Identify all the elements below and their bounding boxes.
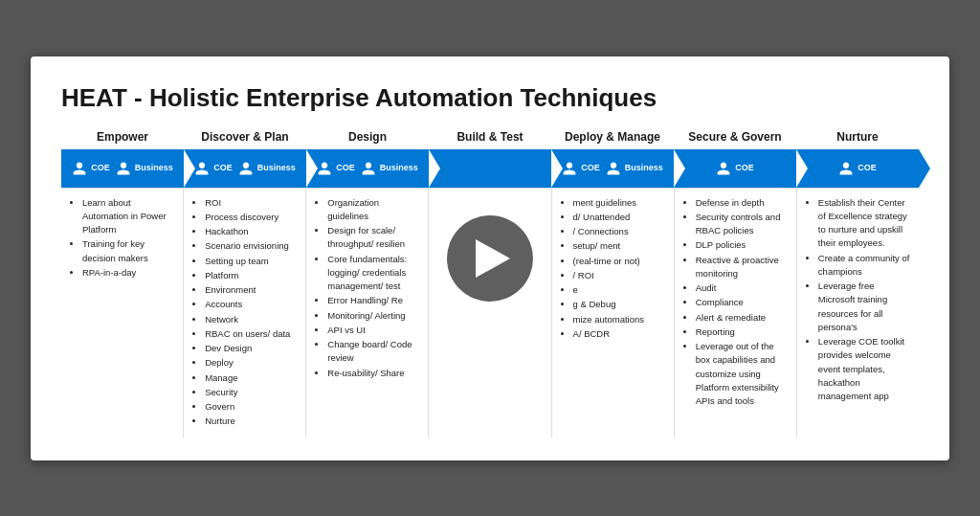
arrow-banner-secure-govern: COE bbox=[674, 149, 796, 188]
phase-label-nurture: Nurture bbox=[836, 130, 878, 144]
list-item: Organization guidelines bbox=[327, 196, 422, 224]
list-item: Platform bbox=[205, 269, 300, 282]
person-icon bbox=[194, 161, 210, 176]
person-group: Business bbox=[238, 161, 296, 176]
arrow-banner-nurture: COE bbox=[796, 149, 919, 188]
list-item: Leverage COE toolkit provides welcome ev… bbox=[818, 335, 913, 403]
bullet-list-secure-govern: Defense in depthSecurity controls and RB… bbox=[684, 196, 791, 409]
play-button[interactable] bbox=[447, 215, 533, 302]
phase-content-design: Organization guidelinesDesign for scale/… bbox=[306, 189, 429, 437]
arrow-banner-design: COEBusiness bbox=[306, 149, 429, 188]
list-item: Accounts bbox=[205, 298, 300, 311]
list-item: (real-time or not) bbox=[573, 255, 668, 268]
person-group: Business bbox=[606, 161, 663, 176]
person-icon bbox=[716, 161, 731, 176]
arrow-banner-build-test bbox=[429, 149, 551, 188]
person-role-label: Business bbox=[257, 164, 296, 173]
list-item: Defense in depth bbox=[696, 196, 791, 210]
slide-title: HEAT - Holistic Enterprise Automation Te… bbox=[61, 83, 919, 113]
bullet-list-design: Organization guidelinesDesign for scale/… bbox=[316, 196, 422, 380]
list-item: Process discovery bbox=[205, 211, 300, 224]
person-role-label: Business bbox=[380, 164, 418, 173]
list-item: mize automations bbox=[573, 313, 668, 326]
phase-label-build-test: Build & Test bbox=[457, 130, 523, 144]
bullet-list-deploy-manage: ment guidelinesd/ Unattended/ Connection… bbox=[562, 196, 668, 342]
list-item: Create a community of champions bbox=[818, 252, 913, 280]
person-role-label: COE bbox=[581, 164, 600, 173]
person-icon bbox=[361, 161, 376, 176]
person-role-label: COE bbox=[858, 164, 877, 173]
person-role-label: COE bbox=[91, 164, 110, 173]
list-item: API vs UI bbox=[327, 324, 422, 337]
list-item: d/ Unattended bbox=[573, 211, 668, 224]
phase-col-secure-govern: Secure & GovernCOE bbox=[674, 130, 796, 188]
list-item: Re-usability/ Share bbox=[327, 367, 422, 380]
list-item: Manage bbox=[205, 371, 300, 385]
list-item: Scenario envisioning bbox=[205, 239, 300, 253]
person-group: COE bbox=[838, 161, 877, 176]
list-item: Environment bbox=[205, 283, 300, 297]
list-item: Setting up team bbox=[205, 255, 300, 268]
list-item: Leverage free Microsoft training resourc… bbox=[818, 280, 913, 334]
list-item: ROI bbox=[205, 196, 300, 210]
play-triangle-icon bbox=[476, 239, 510, 278]
list-item: Learn about Automation in Power Platform bbox=[82, 196, 177, 237]
list-item: Dev Design bbox=[205, 342, 300, 355]
person-icon bbox=[562, 161, 577, 176]
person-role-label: COE bbox=[735, 164, 754, 173]
phase-col-nurture: NurtureCOE bbox=[796, 130, 919, 188]
bullet-list-discover-plan: ROIProcess discoveryHackathonScenario en… bbox=[193, 196, 300, 429]
person-icon bbox=[238, 161, 254, 176]
list-item: Establish their Center of Excellence str… bbox=[818, 196, 913, 251]
list-item: Change board/ Code review bbox=[327, 338, 422, 366]
list-item: Reactive & proactive monitoring bbox=[696, 254, 791, 281]
list-item: Monitoring/ Alerting bbox=[327, 309, 422, 323]
list-item: Deploy bbox=[205, 356, 300, 370]
slide-container: HEAT - Holistic Enterprise Automation Te… bbox=[31, 56, 949, 460]
phase-col-discover-plan: Discover & PlanCOEBusiness bbox=[184, 130, 306, 188]
list-item: g & Debug bbox=[573, 298, 668, 311]
list-item: / Connections bbox=[573, 225, 668, 238]
bullet-list-empower: Learn about Automation in Power Platform… bbox=[71, 196, 177, 280]
list-item: Core fundamentals: logging/ credentials … bbox=[327, 253, 422, 294]
list-item: Alert & remediate bbox=[696, 311, 791, 325]
bullet-list-nurture: Establish their Center of Excellence str… bbox=[807, 196, 913, 404]
phase-content-empower: Learn about Automation in Power Platform… bbox=[61, 189, 184, 437]
list-item: Error Handling/ Re bbox=[327, 294, 422, 307]
list-item: Security controls and RBAC policies bbox=[696, 211, 791, 238]
arrow-banner-empower: COEBusiness bbox=[61, 149, 184, 188]
list-item: Training for key decision makers bbox=[82, 237, 177, 265]
phase-label-secure-govern: Secure & Govern bbox=[688, 130, 781, 144]
list-item: Hackathon bbox=[205, 225, 300, 238]
person-group: Business bbox=[116, 161, 173, 176]
person-group: COE bbox=[72, 161, 110, 176]
list-item: Leverage out of the box capabilities and… bbox=[696, 340, 791, 408]
phase-label-empower: Empower bbox=[97, 130, 148, 144]
person-group: COE bbox=[562, 161, 600, 176]
list-item: Audit bbox=[696, 281, 791, 295]
phase-content-discover-plan: ROIProcess discoveryHackathonScenario en… bbox=[184, 189, 306, 437]
list-item: Reporting bbox=[696, 325, 791, 339]
phase-col-design: DesignCOEBusiness bbox=[306, 130, 429, 188]
person-icon bbox=[317, 161, 332, 176]
list-item: DLP policies bbox=[696, 238, 791, 252]
phase-col-build-test: Build & Test bbox=[429, 130, 551, 188]
person-role-label: Business bbox=[625, 164, 663, 173]
phase-col-empower: EmpowerCOEBusiness bbox=[61, 130, 184, 188]
person-icon bbox=[606, 161, 621, 176]
phase-content-secure-govern: Defense in depthSecurity controls and RB… bbox=[675, 189, 797, 437]
person-role-label: COE bbox=[213, 164, 233, 173]
arrow-banner-deploy-manage: COEBusiness bbox=[551, 149, 674, 188]
list-item: RPA-in-a-day bbox=[82, 266, 177, 280]
phase-label-deploy-manage: Deploy & Manage bbox=[565, 130, 660, 144]
person-icon bbox=[116, 161, 131, 176]
person-role-label: Business bbox=[135, 164, 173, 173]
person-icon bbox=[72, 161, 87, 176]
phase-content-nurture: Establish their Center of Excellence str… bbox=[797, 189, 919, 437]
phase-content-deploy-manage: ment guidelinesd/ Unattended/ Connection… bbox=[552, 189, 675, 437]
list-item: Security bbox=[205, 386, 300, 399]
list-item: ment guidelines bbox=[573, 196, 668, 210]
arrow-banner-discover-plan: COEBusiness bbox=[184, 149, 306, 188]
list-item: Compliance bbox=[696, 296, 791, 309]
person-group: COE bbox=[194, 161, 233, 176]
